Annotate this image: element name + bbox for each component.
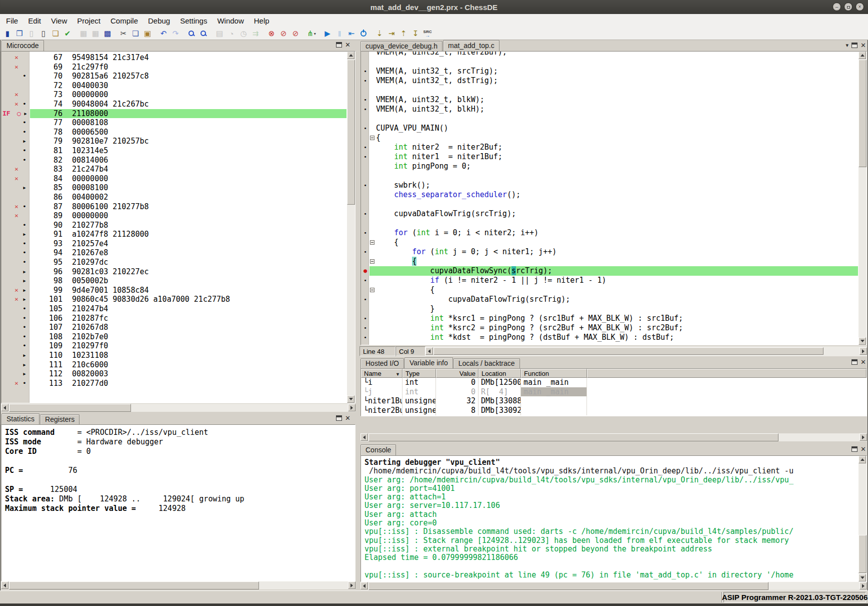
code-line-gutter[interactable]: • [361,276,370,285]
code-line[interactable]: { [361,257,858,266]
microcode-row[interactable]: •90210277b8 [2,221,346,230]
minimize-button[interactable]: – [832,3,841,11]
toolbar-button-duplicate-file[interactable]: ❏ [50,28,62,39]
code-line-gutter[interactable]: • [361,314,370,323]
code-line-gutter[interactable] [361,200,370,209]
variables-hscrollbar[interactable] [360,433,867,441]
tab-hosted-io[interactable]: Hosted I/O [360,358,404,368]
scrollbar-thumb[interactable] [9,581,259,589]
code-line[interactable]: • for (int j = 0; j < niter1; j++) [361,247,858,257]
microcode-row[interactable]: ▸11010231108 [2,351,346,360]
microcode-row[interactable]: •7800006500 [2,128,346,137]
code-line-gutter[interactable]: • [361,67,370,76]
column-header-function[interactable]: Function [521,369,587,378]
tab-list-dropdown-icon[interactable]: ▾ [846,42,849,49]
code-line[interactable]: { [361,238,858,247]
scrollbar-thumb[interactable] [9,404,131,412]
fold-collapse-icon[interactable] [370,240,374,245]
code-line-gutter[interactable]: • [361,143,370,152]
code-line[interactable]: ● cupvaDataFlowSync(srcTrig); [361,266,858,276]
console-hscrollbar[interactable] [360,582,867,590]
maximize-button[interactable] [844,3,852,11]
float-panel-icon[interactable] [336,415,342,421]
code-line-gutter[interactable]: • [361,181,370,190]
code-line[interactable] [361,114,858,124]
close-button[interactable]: × [856,3,864,11]
microcode-row[interactable]: •93210257e4 [2,239,346,249]
microcode-row[interactable]: •81102314e5 [2,146,346,156]
code-line-gutter[interactable] [361,51,370,57]
column-header-location[interactable]: Location [478,369,521,378]
menu-item-compile[interactable]: Compile [106,15,143,27]
code-line-gutter[interactable] [361,285,370,295]
code-line-gutter[interactable] [361,86,370,95]
toolbar-button-find[interactable] [186,28,198,39]
tab-microcode[interactable]: Microcode [2,40,44,51]
microcode-row[interactable]: ×8400000000 [2,174,346,184]
code-line-gutter[interactable] [361,57,370,67]
toolbar-button-run-to-cursor[interactable]: ↧ [410,28,422,39]
code-line[interactable]: • swbrk(); [361,181,858,190]
variable-row[interactable]: └niter1Bufunsigned32DMb[33088] [361,396,866,406]
menu-item-settings[interactable]: Settings [175,15,212,27]
variable-row[interactable]: └jint0R[ 4]main _main [361,387,866,397]
statistics-panel[interactable]: ISS command = <PROCDIR>/../iss/vpu_clien… [1,424,356,581]
console-output[interactable]: Starting debugger "vpu_client" /home/mde… [360,455,867,582]
toolbar-button-run[interactable]: ▶ [322,28,334,39]
tab-console[interactable]: Console [360,444,396,455]
tab-cupva-device-debug-h[interactable]: cupva_device_debug.h [360,41,442,51]
toolbar-button-step-out[interactable]: ⇡ [398,28,410,39]
code-line-gutter[interactable] [361,114,370,124]
code-line-gutter[interactable]: • [361,152,370,162]
code-line[interactable] [361,57,858,67]
scrollbar-thumb[interactable] [368,433,778,441]
microcode-row[interactable]: 7200400030 [2,81,346,91]
code-line[interactable]: • int niter2 = niter2Buf; [361,143,858,152]
editor-vscrollbar[interactable] [858,52,866,345]
code-line-gutter[interactable]: • [361,247,370,257]
code-line-gutter[interactable]: • [361,105,370,114]
tab-variable-info[interactable]: Variable info [404,357,453,368]
float-panel-icon[interactable] [852,43,858,48]
toolbar-button-step-over[interactable]: ⇥ [386,28,398,39]
code-line[interactable]: int pingPong = 0; [361,162,858,171]
microcode-row[interactable]: •95210297dc [2,258,346,267]
scrollbar-thumb[interactable] [858,535,866,573]
microcode-row[interactable]: ▸11200820003 [2,369,346,379]
code-line-gutter[interactable] [361,190,370,200]
code-line[interactable]: • int *ksrc1 = pingPong ? (src1Buf + MAX… [361,314,858,323]
code-line-gutter[interactable]: • [361,228,370,238]
fold-collapse-icon[interactable] [370,288,374,292]
column-header-value[interactable]: Value [436,369,478,378]
microcode-row[interactable]: •107210267d8 [2,323,346,332]
toolbar-button-paste[interactable]: ▣ [142,28,154,39]
fold-collapse-icon[interactable] [370,259,374,264]
microcode-row[interactable]: ×▸10190860c45 90830d26 a10a7000 21c277b8 [2,295,346,304]
code-line[interactable]: •CUPVA_VPU_MAIN() [361,124,858,133]
microcode-row[interactable]: ▸9690281c03 210227ec [2,267,346,277]
menu-item-window[interactable]: Window [212,15,248,27]
microcode-listing[interactable]: ×6795498154 21c317e4×6921c297f0•70902815… [1,51,356,403]
microcode-row[interactable]: •106210287fc [2,314,346,323]
microcode-row[interactable]: ×8321c247b4 [2,165,346,174]
microcode-row[interactable]: •1082102b7e0 [2,332,346,342]
microcode-hscrollbar[interactable] [1,404,356,412]
toolbar-button-find-replace[interactable] [198,28,210,39]
code-line-gutter[interactable]: • [361,295,370,304]
microcode-row[interactable]: •105210247b4 [2,304,346,314]
code-line[interactable] [361,171,858,181]
scrollbar-thumb[interactable] [434,347,824,355]
toolbar-button-project-database[interactable]: ▮ [2,28,14,39]
close-panel-icon[interactable]: ✕ [860,43,866,48]
code-line[interactable]: • int *ksrc2 = pingPong ? (src2Buf + MAX… [361,323,858,333]
menu-item-view[interactable]: View [46,15,72,27]
microcode-row[interactable]: ×8900000000 [2,211,346,221]
menu-item-file[interactable]: File [1,15,23,27]
toolbar-button-stop[interactable]: ⊗ [266,28,278,39]
microcode-row[interactable]: •94210267e8 [2,248,346,258]
code-line-gutter[interactable] [361,219,370,228]
code-line[interactable]: •VMEM(A, uint32_t, blkW); [361,95,858,105]
toolbar-button-step-into[interactable]: ⇣ [374,28,386,39]
toolbar-button-goto-src[interactable]: SRC→ [422,28,434,39]
microcode-row[interactable]: ▸8500008100 [2,183,346,193]
